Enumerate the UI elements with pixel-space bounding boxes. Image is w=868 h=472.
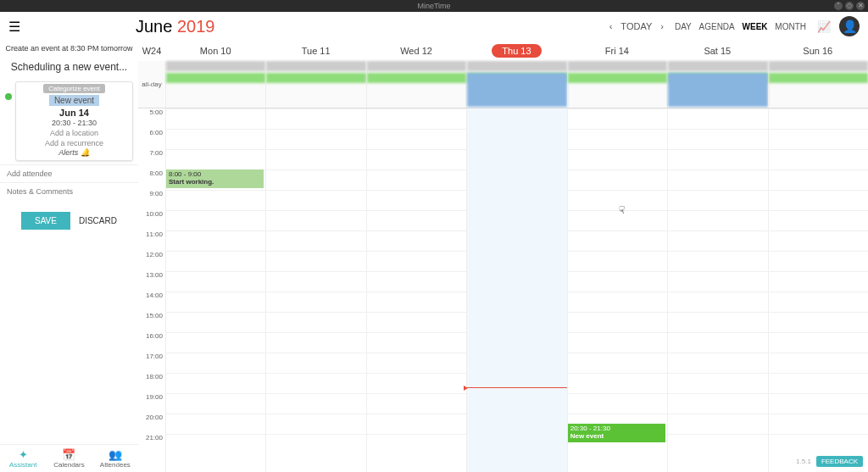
- tab-attendees[interactable]: 👥Attendees: [92, 445, 138, 472]
- maximize-icon[interactable]: ◇: [845, 2, 854, 10]
- analytics-icon[interactable]: 📈: [817, 20, 831, 33]
- prev-icon[interactable]: ‹: [609, 21, 613, 31]
- view-agenda[interactable]: AGENDA: [697, 22, 737, 31]
- event-time[interactable]: 20:30 - 21:30: [52, 119, 97, 127]
- tab-calendars[interactable]: 📅Calendars: [46, 445, 92, 472]
- time-gutter: 5:006:007:00 8:009:0010:00 11:0012:0013:…: [138, 108, 165, 472]
- save-button[interactable]: SAVE: [21, 212, 70, 230]
- add-attendee-link[interactable]: Add attendee: [0, 164, 138, 182]
- day-header-today[interactable]: Thu 13: [466, 46, 566, 56]
- scheduling-title: Scheduling a new event...: [0, 56, 138, 78]
- calendar-color-dot[interactable]: [5, 93, 12, 100]
- view-day[interactable]: DAY: [672, 22, 694, 31]
- day-header-row: W24 Mon 10 Tue 11 Wed 12 Thu 13 Fri 14 S…: [138, 41, 868, 61]
- allday-cell[interactable]: [667, 61, 767, 108]
- menu-icon[interactable]: ☰: [8, 19, 25, 35]
- day-header[interactable]: Sat 15: [667, 46, 767, 56]
- calendar-grid: W24 Mon 10 Tue 11 Wed 12 Thu 13 Fri 14 S…: [138, 41, 868, 472]
- feedback-button[interactable]: FEEDBACK: [816, 456, 863, 467]
- day-column-sun[interactable]: [768, 108, 868, 472]
- day-header[interactable]: Tue 11: [265, 46, 365, 56]
- sidebar-tabs: ✦Assistant 📅Calendars 👥Attendees: [0, 444, 138, 472]
- allday-cell[interactable]: [466, 61, 566, 108]
- event-start-working[interactable]: 8:00 - 9:00 Start working.: [166, 169, 264, 188]
- window-titlebar: MineTime ˅ ◇ ✕: [0, 0, 868, 12]
- close-icon[interactable]: ✕: [856, 2, 865, 10]
- day-header[interactable]: Wed 12: [366, 46, 466, 56]
- app-title: MineTime: [417, 2, 450, 10]
- allday-cell[interactable]: [366, 61, 466, 108]
- view-month[interactable]: MONTH: [772, 22, 809, 31]
- day-column-sat[interactable]: [667, 108, 767, 472]
- attendees-icon: 👥: [92, 448, 138, 461]
- day-column-tue[interactable]: [265, 108, 365, 472]
- event-card: Categorize event New event Jun 14 20:30 …: [15, 81, 133, 161]
- day-column-mon[interactable]: 8:00 - 9:00 Start working.: [165, 108, 265, 472]
- view-switcher: DAY AGENDA WEEK MONTH: [672, 22, 809, 31]
- today-button[interactable]: TODAY: [620, 21, 652, 31]
- allday-row: all-day: [138, 61, 868, 108]
- day-header[interactable]: Mon 10: [165, 46, 265, 56]
- tab-assistant[interactable]: ✦Assistant: [0, 445, 46, 472]
- top-bar: ☰ June 2019 ‹ TODAY › DAY AGENDA WEEK MO…: [0, 12, 868, 41]
- day-column-thu[interactable]: [466, 108, 566, 472]
- discard-button[interactable]: DISCARD: [79, 212, 117, 230]
- add-location-link[interactable]: Add a location: [16, 129, 132, 137]
- minimize-icon[interactable]: ˅: [834, 2, 843, 10]
- allday-cell[interactable]: [165, 61, 265, 108]
- day-header[interactable]: Fri 14: [567, 46, 667, 56]
- week-number: W24: [138, 46, 165, 56]
- mouse-cursor-icon: ☟: [619, 204, 625, 216]
- alerts-link[interactable]: Alerts 🔔: [58, 148, 90, 157]
- day-column-wed[interactable]: [366, 108, 466, 472]
- allday-cell[interactable]: [265, 61, 365, 108]
- avatar[interactable]: 👤: [839, 16, 860, 36]
- allday-cell[interactable]: [567, 61, 667, 108]
- version-label: 1.5.1: [796, 458, 811, 465]
- add-recurrence-link[interactable]: Add a recurrence: [16, 139, 132, 147]
- event-new-event[interactable]: 20:30 - 21:30 New event: [568, 424, 665, 442]
- calendars-icon: 📅: [46, 448, 92, 461]
- month-title: June 2019: [136, 17, 214, 36]
- notes-link[interactable]: Notes & Comments: [0, 182, 138, 200]
- assistant-icon: ✦: [0, 448, 46, 461]
- categorize-button[interactable]: Categorize event: [43, 84, 104, 93]
- day-header[interactable]: Sun 16: [768, 46, 868, 56]
- day-column-fri[interactable]: ☟ 20:30 - 21:30 New event: [567, 108, 667, 472]
- sidebar: Create an event at 8:30 PM tomorrow Sche…: [0, 41, 138, 472]
- create-hint: Create an event at 8:30 PM tomorrow: [0, 41, 138, 56]
- view-week[interactable]: WEEK: [740, 22, 771, 31]
- next-icon[interactable]: ›: [660, 21, 664, 31]
- event-title-input[interactable]: New event: [49, 95, 99, 106]
- allday-cell[interactable]: [768, 61, 868, 108]
- event-date[interactable]: Jun 14: [59, 108, 89, 118]
